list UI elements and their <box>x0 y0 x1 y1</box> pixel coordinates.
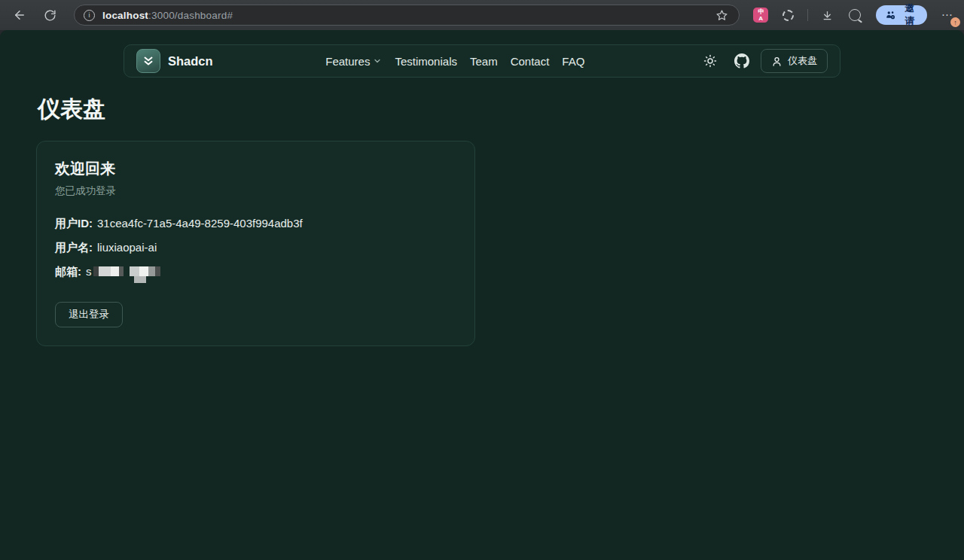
nav-link-features[interactable]: Features <box>325 55 382 68</box>
download-icon <box>822 10 833 21</box>
star-icon <box>715 9 728 22</box>
update-badge: ↑ <box>950 17 960 27</box>
url-path: :3000/dashboard# <box>148 10 233 21</box>
dashboard-nav-label: 仪表盘 <box>788 54 817 68</box>
url-text[interactable]: localhost:3000/dashboard# <box>102 10 233 21</box>
invite-button[interactable]: 邀请 <box>876 5 927 25</box>
user-id-value: 31cea4fc-71a5-4a49-8259-403f994adb3f <box>97 217 303 230</box>
username-label: 用户名: <box>55 241 93 255</box>
url-bar[interactable]: i localhost:3000/dashboard# <box>74 5 740 26</box>
downloads-button[interactable] <box>816 3 840 27</box>
dashboard-nav-button[interactable]: 仪表盘 <box>761 49 828 73</box>
chevron-down-icon <box>373 56 382 65</box>
user-id-line: 用户ID: 31cea4fc-71a5-4a49-8259-403f994adb… <box>55 217 456 231</box>
invite-button-label: 邀请 <box>901 2 918 28</box>
email-redaction-blur <box>93 266 160 276</box>
github-icon <box>734 53 749 68</box>
site-info-icon[interactable]: i <box>84 10 95 21</box>
reload-icon <box>44 9 56 22</box>
card-title: 欢迎回来 <box>55 159 456 179</box>
brand-name: Shadcn <box>168 54 213 68</box>
extension-button[interactable] <box>776 3 800 27</box>
user-info: 用户ID: 31cea4fc-71a5-4a49-8259-403f994adb… <box>55 217 456 279</box>
download-arrow-icon <box>822 10 833 21</box>
email-label: 邮箱: <box>55 265 81 279</box>
bookmark-star-icon[interactable] <box>713 7 730 23</box>
url-host: localhost <box>102 10 148 21</box>
page-viewport: Shadcn Features Testimonials Team Contac… <box>0 30 964 560</box>
brand-home-link[interactable]: Shadcn <box>136 49 213 73</box>
nav-link-testimonials[interactable]: Testimonials <box>395 55 457 68</box>
card-subtitle: 您已成功登录 <box>55 184 456 198</box>
nav-link-contact[interactable]: Contact <box>511 55 550 68</box>
main-content: 仪表盘 欢迎回来 您已成功登录 用户ID: 31cea4fc-71a5-4a49… <box>0 78 964 346</box>
chat-assistant-button[interactable] <box>843 3 867 27</box>
theme-toggle-button[interactable] <box>697 48 723 74</box>
username-value: liuxiaopai-ai <box>97 241 157 254</box>
nav-links: Features Testimonials Team Contact FAQ <box>325 55 584 68</box>
welcome-card: 欢迎回来 您已成功登录 用户ID: 31cea4fc-71a5-4a49-825… <box>36 141 475 346</box>
nav-link-team[interactable]: Team <box>470 55 498 68</box>
back-button[interactable] <box>8 3 32 27</box>
browser-menu-button[interactable]: ⋯ ↑ <box>938 5 956 25</box>
double-chevron-down-icon <box>142 54 155 68</box>
arrow-left-icon <box>13 8 26 22</box>
sun-icon <box>703 54 717 68</box>
page-title: 仪表盘 <box>38 94 928 125</box>
github-button[interactable] <box>729 48 755 74</box>
scalloped-extension-icon <box>782 10 794 21</box>
people-invite-icon <box>885 10 896 20</box>
email-line: 邮箱: s <box>55 265 456 279</box>
shadcn-logo-icon <box>136 49 160 73</box>
nav-link-faq[interactable]: FAQ <box>562 55 584 68</box>
email-visible-prefix: s <box>86 265 92 278</box>
extension-area: 中A 邀请 ⋯ ↑ <box>749 3 956 27</box>
translate-extension-icon: 中A <box>753 8 768 23</box>
chat-bubble-icon <box>849 9 861 21</box>
browser-toolbar: i localhost:3000/dashboard# 中A 邀请 ⋯ ↑ <box>0 0 964 30</box>
user-icon <box>771 56 782 67</box>
site-navbar: Shadcn Features Testimonials Team Contac… <box>124 44 840 78</box>
username-line: 用户名: liuxiaopai-ai <box>55 241 456 255</box>
translate-extension-button[interactable]: 中A <box>749 3 773 27</box>
nav-controls: 仪表盘 <box>697 48 828 74</box>
reload-button[interactable] <box>38 3 62 27</box>
logout-button[interactable]: 退出登录 <box>55 302 123 327</box>
user-id-label: 用户ID: <box>55 217 93 231</box>
toolbar-divider <box>807 9 808 21</box>
